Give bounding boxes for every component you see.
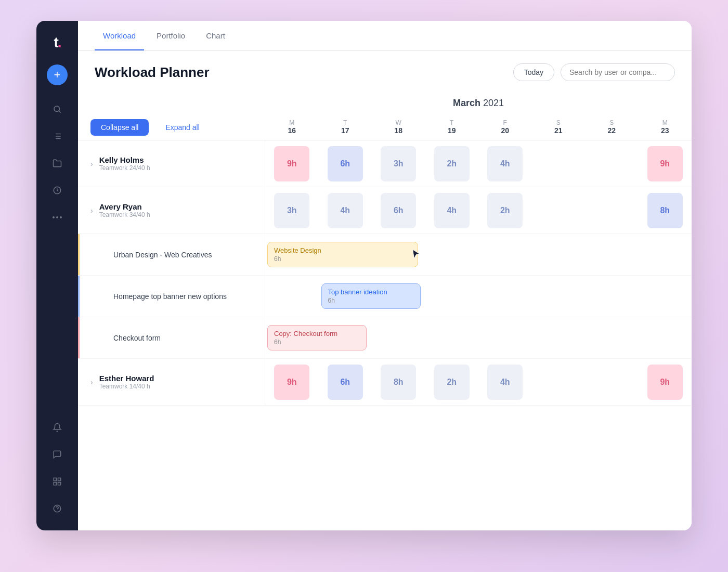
row-avery-ryan: › Avery Ryan Teamwork 34/40 h 3h 4h — [78, 187, 692, 234]
svg-point-11 — [60, 216, 62, 218]
esther-cell-1: 6h — [319, 359, 372, 405]
esther-block-2[interactable]: 8h — [381, 365, 416, 400]
esther-cell-0: 9h — [265, 359, 319, 405]
homepage-cell-5 — [530, 280, 584, 313]
esther-block-7[interactable]: 9h — [647, 365, 683, 400]
day-number-1: 17 — [341, 126, 349, 135]
esther-block-3[interactable]: 2h — [434, 365, 470, 400]
avery-cell-3: 4h — [425, 187, 479, 233]
homepage-banner-event[interactable]: Top banner ideation 6h — [321, 283, 421, 309]
sidebar-more-icon[interactable] — [47, 207, 68, 228]
sidebar-chat-icon[interactable] — [47, 444, 68, 465]
checkout-cell-7 — [638, 321, 692, 354]
avery-block-7[interactable]: 8h — [647, 193, 683, 228]
day-letter-1: T — [343, 119, 347, 126]
urban-cell-6 — [583, 238, 638, 271]
search-input[interactable] — [561, 63, 675, 81]
day-number-5: 21 — [554, 126, 563, 135]
sidebar-bell-icon[interactable] — [47, 417, 68, 438]
add-button[interactable]: + — [47, 64, 68, 85]
esther-block-4[interactable]: 4h — [487, 365, 523, 400]
kelly-holms-cells: 9h 6h 3h 2h 4h — [265, 140, 692, 187]
svg-line-1 — [59, 111, 60, 112]
homepage-banner-name: Homepage top banner new options — [109, 292, 227, 301]
esther-cell-3: 2h — [425, 359, 479, 405]
homepage-cell-3 — [423, 280, 477, 313]
sidebar-help-icon[interactable] — [47, 498, 68, 519]
svg-rect-14 — [54, 483, 56, 485]
sidebar-grid-icon[interactable] — [47, 471, 68, 492]
svg-point-9 — [53, 216, 55, 218]
esther-cell-7: 9h — [639, 359, 692, 405]
kelly-block-1[interactable]: 6h — [328, 146, 363, 181]
avery-block-0[interactable]: 3h — [274, 193, 309, 228]
day-header-4: F 20 — [478, 115, 532, 140]
svg-rect-13 — [58, 478, 61, 480]
day-letter-5: S — [556, 119, 561, 126]
day-header-7: M 23 — [639, 115, 692, 140]
kelly-cell-3: 2h — [425, 140, 479, 187]
kelly-block-3[interactable]: 2h — [434, 146, 470, 181]
today-button[interactable]: Today — [513, 63, 554, 81]
calendar-section: March 2021 Collapse all Expand all M 16 — [78, 92, 692, 530]
header-tabs: Workload Portfolio Chart — [78, 21, 692, 51]
avery-block-3[interactable]: 4h — [434, 193, 470, 228]
sidebar-clock-icon[interactable] — [47, 180, 68, 201]
day-number-7: 23 — [661, 126, 669, 135]
esther-expand-chevron[interactable]: › — [90, 378, 93, 386]
checkout-form-event[interactable]: Copy: Checkout form 6h — [267, 325, 367, 350]
homepage-banner-event-label: Top banner ideation — [328, 288, 414, 296]
page-title: Workload Planner — [95, 64, 210, 81]
header-actions: Today — [513, 63, 675, 81]
avery-expand-chevron[interactable]: › — [90, 206, 93, 215]
collapse-all-button[interactable]: Collapse all — [90, 119, 149, 136]
checkout-cell-5 — [530, 321, 584, 354]
tab-workload[interactable]: Workload — [95, 21, 144, 50]
day-letter-2: W — [396, 119, 401, 126]
tab-portfolio[interactable]: Portfolio — [148, 21, 193, 50]
checkout-form-label: Checkout form — [78, 317, 265, 358]
day-header-2: W 18 — [372, 115, 425, 140]
day-number-4: 20 — [501, 126, 509, 135]
homepage-banner-label: Homepage top banner new options — [78, 276, 265, 317]
svg-point-0 — [54, 106, 60, 112]
sidebar-list-icon[interactable] — [47, 126, 68, 147]
tab-chart[interactable]: Chart — [198, 21, 233, 50]
day-letter-3: T — [450, 119, 453, 126]
sidebar: t. + — [36, 21, 78, 530]
sidebar-search-icon[interactable] — [47, 99, 68, 120]
kelly-block-7[interactable]: 9h — [647, 146, 683, 181]
expand-all-button[interactable]: Expand all — [155, 119, 210, 136]
esther-block-0[interactable]: 9h — [274, 365, 309, 400]
checkout-form-event-wrapper: Copy: Checkout form 6h — [265, 323, 369, 353]
kelly-block-2[interactable]: 3h — [381, 146, 416, 181]
avery-block-1[interactable]: 4h — [328, 193, 363, 228]
sidebar-folder-icon[interactable] — [47, 153, 68, 174]
avery-block-2[interactable]: 6h — [381, 193, 416, 228]
main-content: Workload Portfolio Chart Workload Planne… — [78, 21, 692, 530]
svg-point-10 — [56, 216, 58, 218]
day-header-6: S 22 — [585, 115, 639, 140]
day-headers-row: Collapse all Expand all M 16 T 17 W 18 — [78, 115, 692, 140]
kelly-block-4[interactable]: 4h — [487, 146, 523, 181]
checkout-cell-3 — [423, 321, 477, 354]
urban-design-event[interactable]: Website Design 6h — [267, 242, 418, 267]
svg-rect-15 — [58, 483, 61, 485]
esther-block-1[interactable]: 6h — [328, 365, 363, 400]
kelly-cell-1: 6h — [319, 140, 372, 187]
esther-cell-5 — [532, 359, 586, 405]
kelly-block-0[interactable]: 9h — [274, 146, 309, 181]
app-logo: t. — [46, 31, 69, 54]
urban-cell-5 — [529, 238, 583, 271]
homepage-banner-event-wrapper: Top banner ideation 6h — [319, 281, 423, 311]
checkout-form-name: Checkout form — [109, 334, 161, 342]
checkout-form-border — [78, 317, 80, 358]
row-checkout-form: Checkout form Copy: Checkout form 6h — [78, 317, 692, 359]
avery-ryan-label: › Avery Ryan Teamwork 34/40 h — [78, 187, 265, 233]
day-letter-0: M — [289, 119, 294, 126]
avery-cell-6 — [585, 187, 639, 233]
day-header-5: S 21 — [532, 115, 586, 140]
avery-block-4[interactable]: 2h — [487, 193, 523, 228]
kelly-expand-chevron[interactable]: › — [90, 160, 93, 168]
esther-howard-name: Esther Howard — [99, 374, 154, 383]
